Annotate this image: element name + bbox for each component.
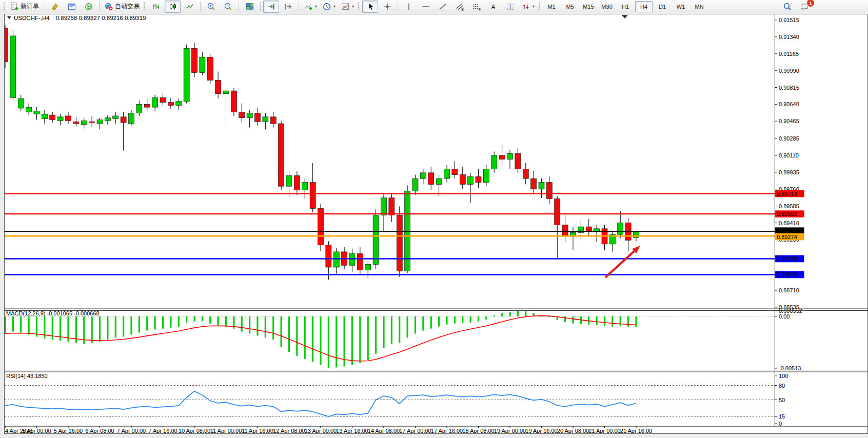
bar-chart-icon (151, 2, 161, 11)
tile-windows-button[interactable] (242, 1, 258, 13)
time-axis-label: 17 Apr 00:00 (399, 428, 431, 434)
candle-body (136, 104, 142, 113)
fibonacci-button[interactable]: F (468, 1, 484, 13)
timeframe-button-w1[interactable]: W1 (672, 1, 689, 12)
bar-chart-button[interactable] (148, 1, 164, 13)
price-axis-label: 0.88710 (779, 287, 799, 293)
rsi-axis-label: 100 (779, 373, 788, 379)
chart-shift-button[interactable] (280, 1, 296, 13)
candle-body (507, 153, 513, 159)
timeframe-button-h1[interactable]: H1 (617, 1, 634, 12)
community-button[interactable] (81, 1, 96, 13)
candle-body (18, 98, 24, 108)
candle-body (10, 36, 16, 97)
timeframe-button-mn[interactable]: MN (691, 1, 708, 12)
chart-symbol-title: USDCHF-,H4 (14, 15, 50, 21)
toolbar-drag-handle[interactable] (358, 2, 360, 11)
strategy-tester-button[interactable] (64, 1, 80, 13)
price-tag: 0.89713 (775, 190, 804, 197)
candle-body (491, 155, 497, 169)
candle-body (152, 97, 158, 107)
candle-body (326, 245, 331, 267)
templates-button[interactable]: ▾ (339, 1, 356, 13)
svg-text:F: F (479, 8, 481, 11)
toolbar-drag-handle[interactable] (538, 2, 540, 11)
timeframe-button-m30[interactable]: M30 (598, 1, 616, 12)
candle-body (539, 183, 544, 189)
periods-button[interactable]: ▾ (320, 1, 338, 13)
candle-body (231, 91, 236, 112)
price-axis-label: 0.89410 (779, 220, 799, 226)
community-radar-icon (84, 2, 93, 11)
candle-body (555, 199, 560, 225)
dropdown-caret: ▾ (352, 4, 354, 9)
timeframe-button-d1[interactable]: D1 (654, 1, 671, 12)
mt4-application: { "toolbar": { "new_order_label": "新订单",… (0, 0, 868, 438)
candle (184, 45, 189, 104)
zoom-in-button[interactable] (203, 1, 219, 13)
candle-body (365, 264, 371, 270)
price-axis-label: 0.90285 (779, 135, 799, 142)
candle-body (586, 227, 591, 231)
auto-scroll-button[interactable] (263, 1, 279, 13)
horizontal-line-icon (421, 2, 430, 11)
timeframe-button-m1[interactable]: M1 (543, 1, 560, 12)
trendline-button[interactable] (435, 1, 450, 13)
candle-body (562, 225, 568, 236)
cursor-button[interactable] (362, 1, 378, 13)
candle-body (357, 254, 363, 270)
indicators-button[interactable]: ▾ (302, 1, 319, 13)
candle-body (34, 111, 40, 114)
timeframe-group: M1M5M15M30H1H4D1W1MN (542, 1, 708, 12)
timeframe-button-m15[interactable]: M15 (580, 1, 597, 12)
autotrading-button[interactable]: 自动交易 (102, 1, 142, 13)
candle-body (215, 80, 221, 93)
candle-body (200, 57, 205, 72)
time-axis-label: 19 Apr 16:00 (525, 428, 557, 434)
candle (397, 207, 402, 277)
notifications-button[interactable]: 1 (796, 1, 812, 13)
candle-body (255, 113, 261, 122)
text-label-button[interactable]: T (502, 1, 518, 13)
toolbar-separator (44, 2, 44, 11)
equidistant-channel-button[interactable]: E (451, 1, 467, 13)
candle-body (286, 175, 292, 186)
line-chart-button[interactable] (182, 1, 198, 13)
line-chart-icon (185, 2, 194, 11)
time-axis-label: 18 Apr 08:00 (462, 428, 494, 434)
zoom-out-icon (224, 2, 233, 11)
macd-axis-label: 0.00 (779, 313, 790, 320)
candle-body (207, 57, 213, 80)
price-tag: 0.88873 (775, 271, 804, 278)
zoom-out-button[interactable] (220, 1, 236, 13)
vertical-line-button[interactable] (401, 1, 417, 13)
text-button[interactable]: A (485, 1, 501, 13)
candle (207, 54, 213, 84)
crosshair-button[interactable] (379, 1, 395, 13)
metaeditor-button[interactable] (47, 1, 63, 13)
chart-canvas[interactable]: 0.915150.913400.911650.909900.908150.906… (4, 14, 868, 434)
time-axis-label: 11 Apr 16:00 (242, 428, 273, 434)
price-axis-label: 0.90640 (779, 101, 799, 107)
toolbar-separator (260, 2, 261, 11)
candle (4, 25, 8, 68)
toolbar-drag-handle[interactable] (143, 2, 145, 11)
new-order-button[interactable]: 新订单 (8, 1, 41, 13)
candle-body (223, 91, 229, 94)
timeframe-button-h4[interactable]: H4 (635, 1, 653, 12)
arrows-button[interactable]: ▾ (519, 1, 537, 13)
candle-body (444, 169, 450, 178)
price-axis-label: 0.90465 (779, 118, 799, 124)
toolbar-drag-handle[interactable] (3, 2, 5, 11)
search-button[interactable] (779, 1, 795, 13)
price-axis-label: 0.90815 (779, 85, 799, 91)
candle-body (523, 169, 528, 178)
candle-body (594, 229, 600, 232)
new-order-icon (10, 2, 19, 11)
timeframe-button-m5[interactable]: M5 (561, 1, 579, 12)
horizontal-line-button[interactable] (418, 1, 433, 13)
candle-body (26, 107, 32, 112)
strategy-tester-icon (67, 2, 76, 11)
candlestick-chart-button[interactable] (165, 1, 181, 13)
rsi-axis-label: 80 (779, 383, 785, 389)
